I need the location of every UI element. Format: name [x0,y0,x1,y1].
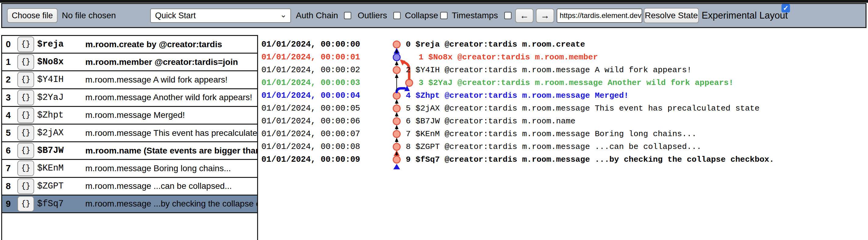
resolve-state-button[interactable]: Resolve State [644,8,699,23]
event-timestamp: 01/01/2024, 00:00:01 [261,52,360,63]
collapse-label: Collapse [405,11,438,21]
dag-start-marker [393,164,400,169]
dag-event-text[interactable]: 5 $2jAX @creator:tardis m.room.message T… [406,102,760,114]
event-description: m.room.create by @creator:tardis [85,39,222,49]
server-url-input[interactable]: https://tardis.element.dev [557,8,642,23]
event-row[interactable]: 7{}$KEnMm.room.message Boring long chain… [2,160,257,178]
event-row[interactable]: 0{}$rejam.room.create by @creator:tardis [2,36,257,54]
event-id: $Zhpt [37,110,85,120]
event-timestamp: 01/01/2024, 00:00:08 [261,141,360,153]
dag-event-text[interactable]: 0 $reja @creator:tardis m.room.create [406,39,585,50]
event-id: $Y4IH [37,74,85,85]
event-id: $KEnM [37,163,85,173]
view-json-button[interactable]: {} [18,160,34,176]
event-id: $fSq7 [37,199,85,209]
event-id: $2jAX [37,128,85,138]
event-description: m.room.name (State events are bigger tha… [85,146,257,156]
view-json-button[interactable]: {} [18,72,34,87]
dag-node[interactable] [406,80,413,87]
view-json-button[interactable]: {} [18,178,34,194]
event-index: 0 [6,39,17,49]
view-json-button[interactable]: {} [18,36,34,52]
event-id: $No8x [37,57,85,67]
view-json-button[interactable]: {} [18,54,34,70]
event-row[interactable]: 6{}$B7JWm.room.name (State events are bi… [2,142,257,160]
event-index: 3 [6,93,17,102]
check-mark-icon: ✓ [783,4,788,12]
choose-file-button[interactable]: Choose file [7,8,58,23]
dag-node[interactable] [393,156,400,163]
event-description: m.room.message This event has precalcula… [85,128,257,138]
event-description: m.room.message ...can be collapsed... [85,181,232,191]
dag-node[interactable] [393,105,400,112]
event-index: 5 [6,128,17,138]
event-row[interactable]: 8{}$ZGPTm.room.message ...can be collaps… [2,178,257,196]
dag-edge-curve [397,88,405,92]
dag-event-text[interactable]: 4 $Zhpt @creator:tardis m.room.message M… [406,90,629,101]
dag-node[interactable] [393,41,400,48]
dag-event-text[interactable]: 1 $No8x @creator:tardis m.room.member [418,52,598,63]
event-timestamp: 01/01/2024, 00:00:00 [261,39,360,50]
dag-event-text[interactable]: 8 $ZGPT @creator:tardis m.room.message .… [406,141,701,153]
event-row[interactable]: 3{}$2YaJm.room.message Another wild fork… [2,89,257,107]
event-description: m.room.message A wild fork appears! [85,75,227,85]
event-row[interactable]: 2{}$Y4IHm.room.message A wild fork appea… [2,71,257,89]
event-timestamp: 01/01/2024, 00:00:02 [261,64,360,76]
view-json-button[interactable]: {} [18,90,34,106]
top-border-bar [0,0,868,3]
view-json-button[interactable]: {} [18,125,34,141]
dag-event-text[interactable]: 7 $KEnM @creator:tardis m.room.message B… [406,128,696,140]
dag-node[interactable] [393,118,400,125]
collapse-checkbox[interactable] [440,12,447,19]
event-description: m.room.member @creator:tardis=join [85,57,238,67]
event-timestamp: 01/01/2024, 00:00:06 [261,115,360,127]
dag-node[interactable] [393,131,400,138]
timestamps-checkbox[interactable] [504,12,512,19]
event-row[interactable]: 4{}$Zhptm.room.message Merged! [2,107,257,125]
dag-node[interactable] [393,144,400,150]
auth-chain-checkbox[interactable] [344,12,351,19]
event-list-panel: 0{}$rejam.room.create by @creator:tardis… [1,35,258,240]
event-description: m.room.message Boring long chains... [85,163,231,173]
outliers-checkbox[interactable] [393,12,401,19]
forward-arrow-button[interactable]: → [536,8,554,23]
event-index: 2 [6,74,17,85]
event-description: m.room.message Another wild fork appears… [85,93,252,102]
event-row[interactable]: 1{}$No8xm.room.member @creator:tardis=jo… [2,54,257,71]
event-index: 7 [6,163,17,173]
event-row[interactable]: 9{}$fSq7m.room.message ...by checking th… [2,196,257,213]
back-arrow-button[interactable]: ← [515,8,533,23]
experimental-layout-checkbox[interactable]: ✓ [781,4,790,12]
event-id: $ZGPT [37,181,85,191]
dag-edge-arrowhead [395,99,399,103]
dag-edge-arrowhead [395,74,399,78]
event-id: $reja [37,39,85,49]
dag-event-text[interactable]: 6 $B7JW @creator:tardis m.room.name [406,115,576,127]
dag-event-text[interactable]: 2 $Y4IH @creator:tardis m.room.message A… [406,64,691,76]
experimental-layout-label: Experimental Layout [702,10,788,21]
timestamps-label: Timestamps [452,11,498,21]
view-json-button[interactable]: {} [18,108,34,123]
dag-event-text[interactable]: 3 $2YaJ @creator:tardis m.room.message A… [418,77,734,89]
toolbar: Choose file No file chosen Quick Start ⌄… [1,3,866,28]
event-index: 1 [6,57,17,67]
outliers-label: Outliers [358,11,387,21]
event-index: 9 [6,199,17,209]
dag-edge-arrowhead [395,61,399,65]
tardis-app: Choose file No file chosen Quick Start ⌄… [0,0,868,240]
preset-select[interactable]: Quick Start ⌄ [150,8,291,23]
dag-node[interactable] [393,67,400,74]
view-json-button[interactable]: {} [18,196,34,212]
dag-edge-arrowhead [395,125,399,129]
view-json-button[interactable]: {} [18,143,34,158]
event-index: 4 [6,110,17,120]
event-timestamp: 01/01/2024, 00:00:03 [261,77,360,89]
auth-chain-label: Auth Chain [296,11,338,21]
dag-edge-arrowhead [395,138,399,142]
chevron-down-icon: ⌄ [280,10,287,20]
event-timestamp: 01/01/2024, 00:00:04 [261,90,360,101]
dag-event-text[interactable]: 9 $fSq7 @creator:tardis m.room.message .… [406,154,774,166]
event-timestamp: 01/01/2024, 00:00:07 [261,128,360,140]
event-row[interactable]: 5{}$2jAXm.room.message This event has pr… [2,125,257,142]
dag-node[interactable] [393,54,400,61]
